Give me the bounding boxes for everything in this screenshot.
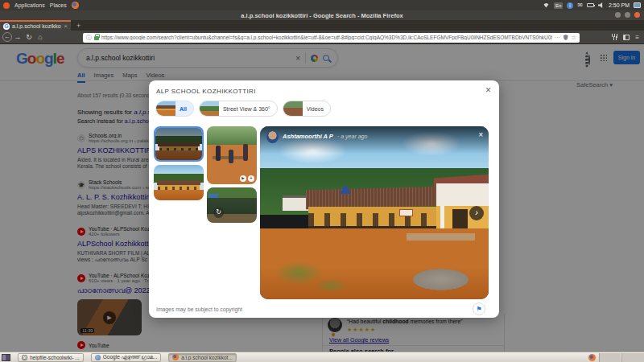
document-icon: Q: [22, 355, 27, 360]
chip-videos[interactable]: Videos: [283, 101, 331, 117]
session-icon[interactable]: [634, 2, 641, 8]
firefox-app-icon[interactable]: [72, 2, 79, 9]
photo-thumbnail-building[interactable]: [154, 165, 204, 200]
modal-close-icon[interactable]: ×: [485, 84, 491, 96]
page-info-icon[interactable]: ⓘ: [86, 34, 92, 42]
sidebar-toggle-icon[interactable]: [623, 35, 630, 40]
ubuntu-logo-icon[interactable]: [3, 2, 10, 9]
volume-icon[interactable]: [598, 2, 605, 8]
battery-icon[interactable]: [587, 3, 594, 7]
taskbar-applet[interactable]: [621, 353, 644, 362]
hamburger-menu-icon[interactable]: ≡: [635, 34, 639, 41]
url-toolbar: ← → ↻ ⌂ ⓘ https://www.google.com/search?…: [0, 31, 644, 44]
rotate-360-icon: ↻: [213, 208, 224, 218]
photos-badge-icon: ✦: [248, 175, 254, 182]
bookmark-star-icon[interactable]: ☆: [572, 35, 576, 41]
system-tray: En ᛒ ✉ 2:50 PM: [543, 2, 641, 9]
screen: Applications Places En ᛒ ✉ 2:50 PM a.l.p…: [0, 0, 644, 362]
taskbar-applet[interactable]: [599, 353, 621, 362]
tab-close-icon[interactable]: ×: [64, 23, 68, 30]
window-title: a.l.p.school kozikkottiri - Google Searc…: [241, 12, 402, 19]
maximize-button[interactable]: [625, 12, 630, 18]
reload-button[interactable]: ↻: [23, 33, 35, 41]
author-avatar[interactable]: [266, 131, 279, 143]
taskbar-item-google[interactable]: Google എഴുത്ത് ഗ്രാമ...: [91, 353, 161, 362]
address-bar[interactable]: ⓘ https://www.google.com/search?client=u…: [83, 33, 580, 43]
play-badge-icon: ▶: [240, 175, 246, 182]
ubuntu-top-panel: Applications Places En ᛒ ✉ 2:50 PM: [0, 0, 644, 10]
chip-all[interactable]: All: [155, 101, 194, 117]
forward-button[interactable]: →: [12, 33, 23, 41]
new-tab-button[interactable]: +: [76, 22, 80, 31]
library-icon[interactable]: [612, 34, 617, 40]
taskbar-item-helpfile[interactable]: Q helpfile-schoolwiki- ...: [18, 353, 84, 362]
close-window-button[interactable]: [634, 12, 640, 18]
chip-thumbnail: [283, 101, 303, 117]
photo-age: · a year ago: [337, 134, 367, 139]
permissions-shield-icon[interactable]: [564, 35, 568, 40]
home-button[interactable]: ⌂: [35, 33, 46, 41]
overflow-icon[interactable]: ⋯: [555, 35, 560, 41]
wifi-icon[interactable]: [543, 3, 550, 8]
modal-title: ALP SCHOOL KOZHIKKOTTIRI: [156, 88, 256, 95]
chip-thumbnail: [200, 101, 219, 117]
bluetooth-icon[interactable]: ᛒ: [567, 2, 573, 9]
firefox-tray-icon[interactable]: [588, 354, 596, 361]
menu-applications[interactable]: Applications: [14, 2, 45, 8]
photo-thumbnail-360[interactable]: ↻: [207, 187, 257, 223]
minimize-button[interactable]: [615, 12, 621, 18]
window-titlebar: a.l.p.school kozikkottiri - Google Searc…: [0, 10, 644, 20]
photo-author[interactable]: Ashtamoorthi A P: [283, 133, 333, 140]
photo-thumbnail-kids[interactable]: ▶ ✦: [207, 126, 257, 184]
chip-street-view[interactable]: Street View & 360°: [199, 101, 278, 117]
taskbar: Q helpfile-schoolwiki- ... Google എഴുത്ത…: [0, 352, 644, 362]
menu-places[interactable]: Places: [50, 2, 67, 8]
report-flag-button[interactable]: ⚑: [473, 302, 485, 315]
viewer-close-icon[interactable]: ×: [478, 130, 483, 139]
main-photo-viewer[interactable]: Ashtamoorthi A P · a year ago × ›: [260, 126, 489, 299]
back-button[interactable]: ←: [2, 32, 12, 42]
firefox-icon: [172, 354, 179, 360]
globe-icon: [95, 355, 101, 360]
tab-bar: G a.l.p.school kozikkottiri × +: [0, 20, 644, 31]
photo-thumbnail-selected[interactable]: [154, 126, 204, 162]
next-photo-button[interactable]: ›: [469, 206, 484, 220]
mail-icon[interactable]: ✉: [577, 2, 583, 9]
taskbar-item-active-firefox[interactable]: a.l.p.school kozikkot...: [168, 353, 237, 362]
url-text[interactable]: https://www.google.com/search?client=ubu…: [101, 35, 552, 40]
clock[interactable]: 2:50 PM: [609, 2, 630, 8]
https-lock-icon: [94, 36, 99, 40]
workspace-switcher[interactable]: [2, 354, 10, 361]
filter-chips: All Street View & 360° Videos: [155, 101, 331, 117]
image-viewer-modal: ALP SCHOOL KOZHIKKOTTIRI × All Street Vi…: [149, 80, 499, 318]
window-buttons: [615, 12, 640, 18]
google-favicon: G: [3, 23, 10, 30]
tab-title: a.l.p.school kozikkottiri: [12, 23, 61, 29]
keyboard-layout-indicator[interactable]: En: [554, 2, 563, 9]
chip-thumbnail: [156, 101, 175, 117]
browser-tab[interactable]: G a.l.p.school kozikkottiri ×: [0, 20, 71, 31]
copyright-notice: Images may be subject to copyright: [156, 306, 242, 312]
